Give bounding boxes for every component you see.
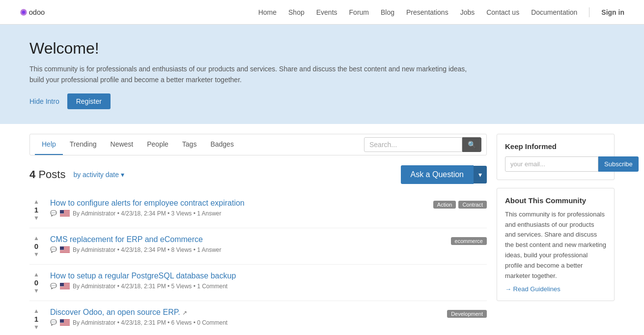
flag-icon xyxy=(60,319,70,326)
logo[interactable]: odoo xyxy=(20,5,59,19)
post-tag[interactable]: Action xyxy=(433,201,456,209)
vote-count: 1 xyxy=(34,314,38,324)
welcome-title: Welcome! xyxy=(29,39,615,58)
tab-people[interactable]: People xyxy=(140,134,175,155)
svg-rect-15 xyxy=(60,250,70,250)
subscribe-button[interactable]: Subscribe xyxy=(598,156,639,172)
vote-up-button[interactable]: ▲ xyxy=(33,272,39,277)
post-tag[interactable]: ecommerce xyxy=(451,237,487,245)
email-input[interactable] xyxy=(505,156,598,172)
nav-blog[interactable]: Blog xyxy=(381,8,394,16)
nav-shop[interactable]: Shop xyxy=(288,8,305,16)
svg-rect-23 xyxy=(60,286,70,287)
vote-down-button[interactable]: ▼ xyxy=(33,251,39,257)
nav-home[interactable]: Home xyxy=(258,8,277,16)
svg-rect-16 xyxy=(60,251,70,251)
vote-down-button[interactable]: ▼ xyxy=(33,288,39,294)
welcome-actions: Hide Intro Register xyxy=(29,93,615,109)
nav-jobs[interactable]: Jobs xyxy=(460,8,475,16)
sort-dropdown[interactable]: by activity date ▾ xyxy=(73,171,124,179)
meta-icon: 💬 xyxy=(50,283,57,289)
nav-documentation[interactable]: Documentation xyxy=(531,8,577,16)
tab-badges[interactable]: Badges xyxy=(203,134,240,155)
flag-icon xyxy=(60,246,70,253)
flag-icon xyxy=(60,210,70,216)
meta-icon: 💬 xyxy=(50,246,57,253)
tab-newest[interactable]: Newest xyxy=(104,134,140,155)
nav-divider xyxy=(589,7,589,17)
svg-rect-34 xyxy=(60,319,64,323)
svg-rect-8 xyxy=(60,214,70,215)
post-content: Discover Odoo, an open source ERP. ↗ 💬 B… xyxy=(50,308,421,326)
post-item: ▲ 1 ▼ How to configure alerts for employ… xyxy=(29,192,487,228)
posts-header: 4 Posts by activity date ▾ Ask a Questio… xyxy=(29,165,487,184)
search-button[interactable]: 🔍 xyxy=(462,137,481,152)
post-meta-text: By Administrator • 4/23/18, 2:34 PM • 8 … xyxy=(73,246,222,253)
post-item: ▲ 0 ▼ CMS replacement for ERP and eComme… xyxy=(29,228,487,265)
svg-rect-9 xyxy=(60,215,70,216)
posts-count: 4 Posts xyxy=(29,168,65,181)
vote-down-button[interactable]: ▼ xyxy=(33,324,39,330)
nav-events[interactable]: Events xyxy=(316,8,337,16)
post-item: ▲ 0 ▼ How to setup a regular PostgreSQL … xyxy=(29,265,487,301)
vote-up-button[interactable]: ▲ xyxy=(33,199,39,205)
post-title-link[interactable]: How to configure alerts for employee con… xyxy=(50,199,245,207)
search-input[interactable] xyxy=(364,137,462,152)
nav-presentations[interactable]: Presentations xyxy=(406,8,448,16)
post-tag[interactable]: Contract xyxy=(458,201,487,209)
post-tags-area: ecommerce xyxy=(428,235,487,245)
register-button[interactable]: Register xyxy=(67,93,111,109)
keep-informed-title: Keep Informed xyxy=(505,142,606,151)
external-link-icon: ↗ xyxy=(182,309,187,316)
vote-down-button[interactable]: ▼ xyxy=(33,215,39,221)
nav-forum[interactable]: Forum xyxy=(349,8,369,16)
post-title-link[interactable]: Discover Odoo, an open source ERP. ↗ xyxy=(50,308,187,316)
sidebar: Keep Informed Subscribe About This Commu… xyxy=(497,134,615,335)
vote-count: 0 xyxy=(34,277,38,288)
svg-rect-26 xyxy=(60,283,64,286)
tabs-bar: Help Trending Newest People Tags Badges … xyxy=(29,134,487,155)
svg-rect-25 xyxy=(60,288,70,289)
meta-icon: 💬 xyxy=(50,210,57,216)
about-community-text: This community is for professionals and … xyxy=(505,210,606,281)
post-item: ▲ 1 ▼ Discover Odoo, an open source ERP.… xyxy=(29,301,487,335)
post-meta: 💬 By Administrator • 4/23/18, 2:31 PM • … xyxy=(50,283,421,290)
tab-tags[interactable]: Tags xyxy=(175,134,204,155)
svg-rect-10 xyxy=(60,210,64,213)
hide-intro-link[interactable]: Hide Intro xyxy=(29,97,59,105)
post-meta: 💬 By Administrator • 4/23/18, 2:34 PM • … xyxy=(50,210,421,217)
svg-rect-7 xyxy=(60,213,70,214)
nav-contact[interactable]: Contact us xyxy=(486,8,519,16)
about-community-widget: About This Community This community is f… xyxy=(497,188,615,302)
post-tags: ecommerce xyxy=(451,237,487,245)
vote-column: ▲ 0 ▼ xyxy=(29,272,43,294)
meta-icon: 💬 xyxy=(50,319,57,326)
vote-up-button[interactable]: ▲ xyxy=(33,308,39,314)
svg-rect-31 xyxy=(60,323,70,323)
tab-help[interactable]: Help xyxy=(35,134,63,155)
post-title-link[interactable]: How to setup a regular PostgreSQL databa… xyxy=(50,272,236,280)
flag-icon xyxy=(60,283,70,289)
post-content: CMS replacement for ERP and eCommerce 💬 … xyxy=(50,235,421,253)
post-tags: Development xyxy=(447,310,487,318)
post-meta: 💬 By Administrator • 4/23/18, 2:34 PM • … xyxy=(50,246,421,253)
post-content: How to setup a regular PostgreSQL databa… xyxy=(50,272,421,290)
post-list: ▲ 1 ▼ How to configure alerts for employ… xyxy=(29,192,487,335)
post-content: How to configure alerts for employee con… xyxy=(50,199,421,217)
welcome-description: This community is for professionals and … xyxy=(29,63,472,86)
nav-signin[interactable]: Sign in xyxy=(601,8,624,16)
main-container: Help Trending Newest People Tags Badges … xyxy=(0,124,644,335)
vote-up-button[interactable]: ▲ xyxy=(33,235,39,241)
svg-point-1 xyxy=(22,10,26,14)
post-tag[interactable]: Development xyxy=(447,310,487,318)
vote-column: ▲ 1 ▼ xyxy=(29,308,43,330)
post-title-link[interactable]: CMS replacement for ERP and eCommerce xyxy=(50,235,203,244)
svg-rect-33 xyxy=(60,325,70,325)
ask-question-button[interactable]: Ask a Question xyxy=(401,165,474,184)
tab-trending[interactable]: Trending xyxy=(63,134,104,155)
read-guidelines-link[interactable]: → Read Guidelines xyxy=(505,285,560,293)
post-tags: ActionContract xyxy=(433,201,487,209)
post-tags-area: ActionContract xyxy=(428,199,487,209)
svg-rect-24 xyxy=(60,287,70,288)
ask-question-dropdown[interactable]: ▾ xyxy=(474,166,487,183)
